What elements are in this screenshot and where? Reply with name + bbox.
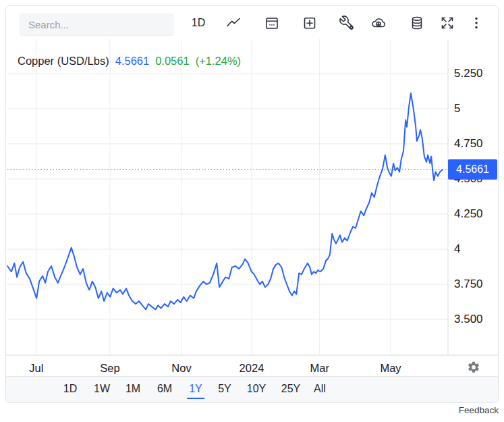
y-tick-label: 4.750	[454, 137, 483, 151]
x-tick-label: Mar	[310, 361, 329, 375]
range-tab-all[interactable]: All	[312, 380, 328, 399]
price-series-line	[7, 93, 443, 309]
x-tick-label: May	[380, 361, 401, 375]
more-menu-icon[interactable]	[468, 15, 484, 31]
range-tab-1d[interactable]: 1D	[61, 380, 79, 399]
legend: Copper (USD/Lbs) 4.5661 0.0561 (+1.24%)	[18, 55, 241, 68]
range-tab-1m[interactable]: 1M	[123, 380, 142, 399]
tools-wrench-icon[interactable]	[339, 15, 355, 31]
y-tick-label: 4	[454, 242, 460, 256]
last-price: 4.5661	[115, 55, 149, 68]
search-input[interactable]	[20, 14, 173, 36]
chart-widget-card: 1D	[5, 5, 499, 403]
settings-gear-icon[interactable]	[467, 361, 480, 374]
price-change-pct: (+1.24%)	[196, 55, 241, 68]
range-tab-1y[interactable]: 1Y	[187, 380, 204, 399]
feedback-link[interactable]: Feedback	[5, 405, 499, 415]
cloud-download-icon[interactable]	[370, 15, 387, 31]
range-tab-6m[interactable]: 6M	[155, 380, 174, 399]
x-tick-label: Jul	[29, 361, 43, 375]
y-tick-label: 3.750	[454, 278, 483, 291]
y-tick-label: 4.250	[454, 207, 483, 221]
compare-add-icon[interactable]	[302, 15, 318, 31]
chart-style-icon[interactable]	[225, 15, 242, 31]
data-source-icon[interactable]	[409, 15, 425, 31]
toolbar: 1D	[6, 6, 498, 39]
x-tick-label: 2024	[240, 361, 264, 375]
calendar-icon[interactable]	[264, 15, 280, 31]
y-tick-label: 5.250	[454, 67, 483, 80]
x-tick-label: Sep	[100, 361, 119, 375]
range-tab-10y[interactable]: 10Y	[245, 380, 268, 399]
symbol-name: Copper (USD/Lbs)	[18, 55, 109, 68]
y-tick-label: 3.500	[454, 313, 483, 326]
fullscreen-icon[interactable]	[439, 15, 455, 31]
current-price-badge: 4.5661	[448, 159, 497, 180]
range-tab-25y[interactable]: 25Y	[279, 380, 302, 399]
y-tick-label: 5	[454, 102, 460, 115]
range-tab-bar: 1D1W1M6M1Y5Y10Y25YAll	[6, 376, 498, 402]
x-tick-label: Nov	[171, 361, 191, 375]
range-tab-5y[interactable]: 5Y	[216, 380, 233, 399]
range-tab-1w[interactable]: 1W	[92, 380, 112, 399]
price-change: 0.0561	[155, 55, 189, 68]
interval-button[interactable]: 1D	[188, 15, 208, 31]
